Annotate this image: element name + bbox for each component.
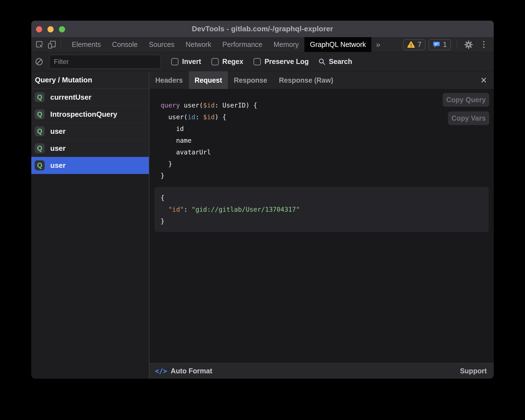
titlebar: DevTools - gitlab.com/-/graphql-explorer bbox=[31, 21, 494, 37]
regex-checkbox[interactable] bbox=[211, 58, 219, 65]
query-list-item[interactable]: Quser bbox=[31, 157, 149, 174]
more-tabs-button[interactable]: » bbox=[371, 40, 385, 49]
invert-label: Invert bbox=[182, 58, 201, 66]
query-name: user bbox=[50, 127, 66, 136]
toolbar-divider bbox=[61, 40, 61, 49]
code-brackets-icon: </> bbox=[155, 367, 167, 375]
variables-json-code: { "id": "gid://gitlab/User/13704317"} bbox=[161, 192, 489, 227]
message-count: 1 bbox=[443, 40, 447, 49]
warning-count: 7 bbox=[417, 40, 421, 49]
query-list-item[interactable]: QcurrentUser bbox=[31, 89, 149, 106]
devtools-tab-network[interactable]: Network bbox=[180, 37, 217, 52]
detail-tab-strip: HeadersRequestResponseResponse (Raw)× bbox=[149, 71, 494, 89]
preserve-log-label: Preserve Log bbox=[264, 58, 309, 66]
query-list-panel: Query / Mutation QcurrentUserQIntrospect… bbox=[31, 71, 149, 379]
auto-format-label: Auto Format bbox=[171, 367, 212, 375]
clear-filter-button[interactable] bbox=[33, 56, 45, 68]
detail-tab-response-raw[interactable]: Response (Raw) bbox=[273, 71, 339, 89]
traffic-lights bbox=[36, 26, 65, 32]
detail-tab-headers[interactable]: Headers bbox=[149, 71, 189, 89]
graphql-query-code: query user($id: UserID) { user(id: $id) … bbox=[161, 99, 494, 182]
kebab-menu-icon bbox=[483, 41, 485, 48]
close-window-button[interactable] bbox=[36, 26, 42, 32]
detail-panel: HeadersRequestResponseResponse (Raw)× Co… bbox=[149, 71, 494, 379]
minimize-window-button[interactable] bbox=[47, 26, 54, 32]
search-icon bbox=[318, 58, 326, 66]
code-line: { bbox=[161, 192, 489, 204]
filter-bar: Invert Regex Preserve Log Search bbox=[31, 52, 494, 71]
code-line: } bbox=[161, 170, 494, 182]
regex-label: Regex bbox=[222, 58, 243, 66]
inspect-cursor-icon bbox=[35, 40, 44, 49]
device-toolbar-icon bbox=[47, 40, 56, 49]
status-badges: 7 1 bbox=[403, 39, 490, 51]
query-list-header: Query / Mutation bbox=[31, 71, 149, 89]
gear-icon bbox=[464, 40, 473, 49]
devtools-tab-graphql-network[interactable]: GraphQL Network bbox=[304, 37, 372, 52]
messages-badge[interactable]: 1 bbox=[428, 39, 451, 50]
query-list-item[interactable]: Quser bbox=[31, 140, 149, 157]
regex-checkbox-group[interactable]: Regex bbox=[211, 58, 243, 66]
query-list: QcurrentUserQIntrospectionQueryQuserQuse… bbox=[31, 89, 149, 174]
warnings-badge[interactable]: 7 bbox=[403, 39, 426, 50]
preserve-log-checkbox[interactable] bbox=[254, 58, 261, 65]
query-name: IntrospectionQuery bbox=[50, 110, 117, 119]
devtools-tab-console[interactable]: Console bbox=[106, 37, 143, 52]
query-list-item[interactable]: QIntrospectionQuery bbox=[31, 106, 149, 123]
inspect-element-button[interactable] bbox=[34, 39, 46, 51]
devtools-tab-sources[interactable]: Sources bbox=[143, 37, 180, 52]
detail-tab-request[interactable]: Request bbox=[189, 71, 228, 89]
query-name: user bbox=[50, 161, 66, 170]
main-split: Query / Mutation QcurrentUserQIntrospect… bbox=[31, 71, 494, 379]
filter-input[interactable] bbox=[49, 55, 161, 69]
code-line: "id": "gid://gitlab/User/13704317" bbox=[161, 204, 489, 215]
query-name: currentUser bbox=[50, 93, 91, 102]
devtools-tab-elements[interactable]: Elements bbox=[66, 37, 106, 52]
copy-vars-button[interactable]: Copy Vars bbox=[448, 111, 489, 125]
devtools-tab-performance[interactable]: Performance bbox=[217, 37, 268, 52]
code-line: id bbox=[161, 123, 494, 135]
code-line: } bbox=[161, 158, 494, 170]
block-icon bbox=[35, 58, 43, 66]
query-type-badge: Q bbox=[35, 109, 45, 119]
request-pane: Copy Query Copy Vars query user($id: Use… bbox=[149, 89, 494, 363]
settings-button[interactable] bbox=[462, 39, 475, 51]
query-list-item[interactable]: Quser bbox=[31, 123, 149, 140]
query-type-badge: Q bbox=[35, 126, 45, 136]
detail-tab-response[interactable]: Response bbox=[228, 71, 273, 89]
menu-button[interactable] bbox=[478, 39, 490, 51]
close-detail-button[interactable]: × bbox=[476, 71, 491, 89]
code-line: user(id: $id) { bbox=[161, 111, 494, 123]
code-line: avatarUrl bbox=[161, 146, 494, 158]
window-title: DevTools - gitlab.com/-/graphql-explorer bbox=[31, 25, 494, 33]
zoom-window-button[interactable] bbox=[59, 26, 65, 32]
invert-checkbox-group[interactable]: Invert bbox=[171, 58, 201, 66]
devtools-tab-memory[interactable]: Memory bbox=[268, 37, 304, 52]
query-type-badge: Q bbox=[35, 160, 45, 170]
code-line: name bbox=[161, 135, 494, 146]
variables-panel: { "id": "gid://gitlab/User/13704317"} bbox=[154, 187, 489, 232]
copy-query-button[interactable]: Copy Query bbox=[443, 93, 489, 107]
search-label: Search bbox=[329, 58, 352, 66]
invert-checkbox[interactable] bbox=[171, 58, 178, 65]
devtools-tab-strip: ElementsConsoleSourcesNetworkPerformance… bbox=[66, 37, 371, 52]
preserve-log-checkbox-group[interactable]: Preserve Log bbox=[254, 58, 309, 66]
support-link[interactable]: Support bbox=[460, 367, 487, 375]
devtools-window: DevTools - gitlab.com/-/graphql-explorer… bbox=[31, 21, 494, 379]
devtools-tabbar: ElementsConsoleSourcesNetworkPerformance… bbox=[31, 37, 494, 52]
message-bubble-icon bbox=[433, 41, 440, 48]
query-type-badge: Q bbox=[35, 92, 45, 102]
device-toolbar-button[interactable] bbox=[46, 39, 58, 51]
code-line: } bbox=[161, 215, 489, 227]
toolbar-divider bbox=[457, 40, 457, 49]
warning-icon bbox=[407, 41, 415, 48]
auto-format-button[interactable]: </> Auto Format bbox=[155, 367, 212, 375]
detail-footer: </> Auto Format Support bbox=[149, 363, 494, 379]
search-control[interactable]: Search bbox=[318, 58, 352, 66]
query-type-badge: Q bbox=[35, 143, 45, 153]
query-name: user bbox=[50, 144, 66, 153]
